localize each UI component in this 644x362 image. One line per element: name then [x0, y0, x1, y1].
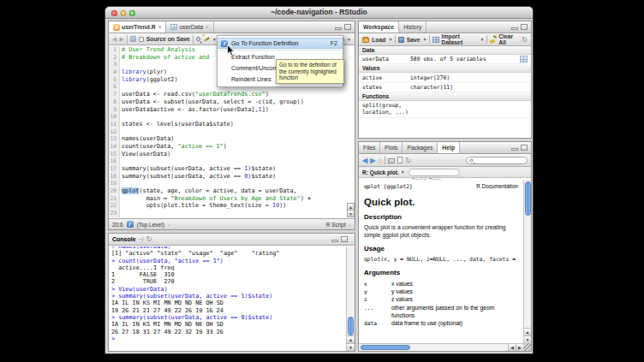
- code-line[interactable]: 16: [109, 157, 355, 165]
- scroll-up-icon[interactable]: ▲: [347, 335, 355, 343]
- forward-icon[interactable]: ▶: [119, 36, 123, 43]
- resize-grip[interactable]: [523, 343, 531, 351]
- help-back-icon[interactable]: ◀: [362, 157, 367, 164]
- tab-history[interactable]: History: [399, 21, 426, 33]
- search-icon[interactable]: [196, 37, 200, 41]
- doc-usage-heading: Usage: [364, 245, 518, 252]
- scroll-left-icon[interactable]: ◀: [508, 344, 516, 351]
- console-refresh-icon[interactable]: ↻: [146, 235, 152, 243]
- help-horizontal-scrollbar[interactable]: ◀ ▶: [359, 343, 523, 351]
- tab-usertrend-r[interactable]: R userTrend.R ×: [109, 21, 166, 33]
- code-line[interactable]: 10: [109, 113, 355, 121]
- code-line[interactable]: 15View(userData): [109, 151, 355, 158]
- line-number: 21: [109, 195, 120, 203]
- workspace-object-row[interactable]: split(group, location, ...): [359, 101, 531, 117]
- scope-selector[interactable]: (Top Level): [137, 222, 164, 228]
- code-line[interactable]: 8userData <- subset(userData, select = -…: [109, 98, 355, 106]
- source-on-save-checkbox[interactable]: [139, 37, 144, 42]
- close-window-button[interactable]: [111, 10, 117, 16]
- help-search-box[interactable]: [466, 157, 528, 164]
- save-icon[interactable]: [130, 36, 136, 42]
- code-line[interactable]: 23: [109, 210, 355, 217]
- import-dataset-button[interactable]: Import Dataset: [442, 33, 478, 45]
- chevron-down-icon[interactable]: ▼: [480, 37, 484, 42]
- scroll-down-icon[interactable]: ▼: [347, 343, 355, 351]
- workspace-object-row[interactable]: userData580 obs. of 5 variables: [359, 55, 531, 64]
- save-button[interactable]: Save: [407, 37, 420, 43]
- scroll-right-icon[interactable]: ▶: [516, 344, 523, 351]
- help-document[interactable]: qplot {ggplot2} R Documentation Quick pl…: [359, 180, 523, 343]
- tab-packages[interactable]: Packages: [402, 142, 438, 153]
- chevron-updown-icon[interactable]: ⌄: [348, 222, 351, 227]
- console-scrollbar[interactable]: ▲ ▼: [346, 246, 355, 351]
- code-line[interactable]: 21 main = "Breakdown of Users by Age and…: [109, 195, 355, 203]
- close-tab-icon[interactable]: ×: [206, 24, 209, 30]
- print-icon[interactable]: [388, 158, 395, 163]
- workspace-object-row[interactable]: activeinteger[270]: [359, 73, 531, 82]
- chevron-down-icon[interactable]: ▼: [388, 37, 392, 42]
- code-line[interactable]: 17summary(subset(userData, active == 1)$…: [109, 165, 355, 173]
- scroll-down-icon[interactable]: ▼: [524, 335, 531, 343]
- refresh-icon[interactable]: ↻: [522, 36, 528, 44]
- code-line[interactable]: 11states <- levels(userData$state): [109, 121, 355, 128]
- line-number: 2: [109, 54, 120, 62]
- minimize-pane-icon[interactable]: [511, 148, 518, 151]
- help-search-input[interactable]: [475, 157, 522, 163]
- code-line[interactable]: 22 opts(plot.title = theme_text(size = 1…: [109, 202, 355, 210]
- tab-files[interactable]: Files: [359, 142, 380, 153]
- back-icon[interactable]: ◀: [112, 36, 116, 43]
- code-tools-wand-icon[interactable]: [203, 36, 210, 43]
- scroll-thumb[interactable]: [525, 181, 531, 216]
- zoom-window-button[interactable]: [129, 10, 135, 16]
- scroll-thumb[interactable]: [348, 317, 354, 335]
- find-in-topic-box[interactable]: [408, 169, 460, 176]
- workspace-object-row[interactable]: statescharacter[11]: [359, 83, 531, 92]
- topic-selector[interactable]: R: Quick plot. ▼: [362, 169, 405, 175]
- minimize-pane-icon[interactable]: [335, 27, 342, 30]
- tab-workspace[interactable]: Workspace: [359, 21, 399, 33]
- clear-all-button[interactable]: Clear All: [498, 33, 519, 45]
- traffic-lights: [111, 10, 135, 16]
- menu-item-tooltip: Go to to the definition of the currently…: [276, 59, 344, 84]
- chevron-down-icon[interactable]: ▼: [423, 37, 427, 42]
- scroll-thumb[interactable]: [361, 345, 410, 350]
- menu-item-go-to-function-definition[interactable]: fGo To Function DefinitionF2: [218, 38, 343, 49]
- help-forward-icon[interactable]: ▶: [370, 157, 375, 164]
- help-vertical-scrollbar[interactable]: ▲ ▼: [523, 180, 531, 343]
- code-line[interactable]: 9userData$active <- as.factor(userData[,…: [109, 106, 355, 114]
- minimize-window-button[interactable]: [121, 10, 127, 16]
- code-line[interactable]: 13names(userData): [109, 135, 355, 143]
- code-line[interactable]: 7userData <- read.csv("userDataTrends.cs…: [109, 91, 355, 98]
- tab-plots[interactable]: Plots: [380, 142, 402, 153]
- view-data-grid-icon[interactable]: [520, 56, 528, 62]
- minimize-pane-icon[interactable]: [511, 27, 518, 30]
- help-refresh-icon[interactable]: ↻: [405, 157, 411, 164]
- code-line[interactable]: 19: [109, 180, 355, 187]
- editor-scrollbar[interactable]: ▲ ▼: [347, 203, 355, 218]
- code-line[interactable]: 18summary(subset(userData, active == 0)$…: [109, 173, 355, 181]
- chevron-down-icon[interactable]: ▼: [347, 37, 351, 42]
- code-line[interactable]: 14count(userData, "active == 1"): [109, 143, 355, 151]
- load-button[interactable]: Load: [372, 37, 385, 43]
- scroll-up-icon[interactable]: ▲: [524, 328, 531, 335]
- help-home-icon[interactable]: ⌂: [378, 157, 382, 164]
- open-in-new-window-icon[interactable]: [397, 157, 402, 163]
- chevron-down-icon[interactable]: ▼: [212, 37, 217, 42]
- titlebar[interactable]: ~/code-navigation - RStudio: [105, 7, 533, 19]
- maximize-pane-icon[interactable]: [521, 145, 528, 151]
- line-number: 4: [109, 68, 120, 76]
- code-line[interactable]: 20qplot(state, age, color = active, data…: [109, 187, 355, 195]
- file-type-selector[interactable]: R Script: [326, 222, 346, 228]
- maximize-pane-icon[interactable]: [344, 24, 351, 30]
- scroll-down-icon[interactable]: ▼: [347, 210, 355, 217]
- tab-userdata[interactable]: userData ×: [166, 21, 213, 33]
- tab-help[interactable]: Help: [438, 142, 460, 153]
- maximize-pane-icon[interactable]: [521, 24, 528, 30]
- argument-name: x: [364, 280, 391, 288]
- close-tab-icon[interactable]: ×: [158, 24, 162, 30]
- minimize-pane-icon[interactable]: [331, 240, 338, 242]
- chevron-updown-icon[interactable]: ⌄: [168, 222, 171, 227]
- console-output[interactable]: > names(userData)[1] "active" "state" "u…: [109, 246, 346, 350]
- maximize-pane-icon[interactable]: [341, 236, 348, 242]
- code-line[interactable]: 12: [109, 128, 355, 136]
